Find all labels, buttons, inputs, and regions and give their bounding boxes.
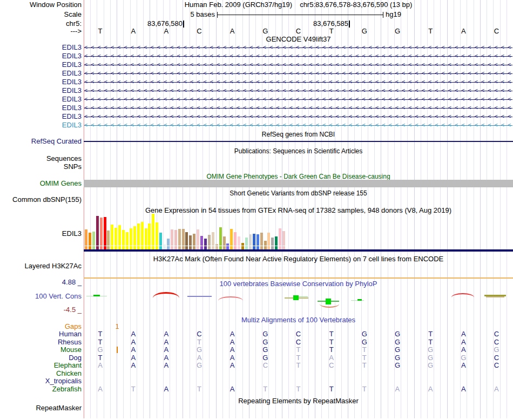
aligned-base-letter: C <box>249 362 282 369</box>
reference-base-letter: C <box>480 28 513 35</box>
gtex-tissue-bar <box>137 223 140 246</box>
aligned-base-letter: A <box>216 385 249 393</box>
gencode-gene-label[interactable]: EDIL3 <box>0 44 82 51</box>
aligned-base-letter: G <box>480 346 513 354</box>
gtex-tissue-bar <box>156 222 158 246</box>
layered-h3k27ac-label[interactable]: Layered H3K27Ac <box>0 262 82 270</box>
aligned-base-letter: T <box>249 385 282 393</box>
gtex-tissue-bar <box>145 228 147 246</box>
reverse-strand-arrows: <<<<<<<<<<<<<<<<<<<<<<<<<<<<<<<<<<<<<<<<… <box>84 61 512 69</box>
alignment-species-label-mouse[interactable]: Mouse <box>0 346 82 354</box>
gencode-gene-label[interactable]: EDIL3 <box>0 78 82 86</box>
reverse-strand-arrows: <<<<<<<<<<<<<<<<<<<<<<<<<<<<<<<<<<<<<<<<… <box>84 113 512 120</box>
aligned-base-letter: G <box>249 330 282 338</box>
gtex-tissue-bar <box>219 227 222 246</box>
gtex-tissue-bar <box>159 233 162 246</box>
gtex-expression-bar-chart[interactable] <box>85 214 287 246</box>
gaps-row-label[interactable]: Gaps <box>0 323 82 330</box>
alignment-species-label-zebrafish[interactable]: Zebrafish <box>0 385 82 393</box>
reference-base-letter: T <box>84 28 117 35</box>
phylop-box <box>293 295 299 300</box>
reverse-strand-arrows: <<<<<<<<<<<<<<<<<<<<<<<<<<<<<<<<<<<<<<<<… <box>84 52 512 60</box>
gtex-tissue-bar <box>271 238 274 246</box>
repeatmasker-track-title: Repeating Elements by RepeatMasker <box>84 397 513 404</box>
aligned-base-letter: G <box>348 330 381 338</box>
gencode-gene-exon-line[interactable]: <<<<<<<<<<<<<<<<<<<<<<<<<<<<<<<<<<<<<<<<… <box>84 87 512 94</box>
aligned-base-letter: G <box>249 354 282 362</box>
gtex-tissue-bar <box>279 228 281 246</box>
aligned-base-letter: G <box>84 346 117 354</box>
scale-bar-text: 5 bases <box>84 11 215 18</box>
alignment-species-label-x_tropicalis[interactable]: X_tropicalis <box>0 377 82 385</box>
snps-label[interactable]: SNPs <box>0 163 82 171</box>
omim-genes-label[interactable]: OMIM Genes <box>0 180 82 187</box>
aligned-base-letter: T <box>348 346 381 354</box>
gtex-tissue-bar <box>200 236 203 246</box>
gtex-tissue-bar <box>118 225 121 246</box>
gencode-gene-exon-line[interactable]: <<<<<<<<<<<<<<<<<<<<<<<<<<<<<<<<<<<<<<<<… <box>84 104 512 112</box>
gtex-tissue-bar <box>163 245 166 246</box>
gencode-gene-exon-line[interactable]: <<<<<<<<<<<<<<<<<<<<<<<<<<<<<<<<<<<<<<<<… <box>84 78 512 86</box>
gtex-tissue-bar <box>92 232 95 246</box>
gencode-gene-label[interactable]: EDIL3 <box>0 104 82 112</box>
aligned-base-letter: A <box>117 362 150 369</box>
gtex-tissue-bar <box>282 231 285 246</box>
reference-base-letter: A <box>216 28 249 35</box>
aligned-base-letter: A <box>447 330 480 338</box>
gtex-tissue-bar <box>226 243 229 246</box>
ucsc-genome-browser: { "header": { "window_position_label": "… <box>0 0 513 420</box>
sequences-label[interactable]: Sequences <box>0 155 82 162</box>
phylop-line <box>357 299 362 301</box>
gtex-gene-label[interactable]: EDIL3 <box>0 230 82 238</box>
gencode-gene-exon-line[interactable]: <<<<<<<<<<<<<<<<<<<<<<<<<<<<<<<<<<<<<<<<… <box>84 44 512 51</box>
gencode-gene-label[interactable]: EDIL3 <box>0 96 82 103</box>
gencode-gene-exon-line[interactable]: <<<<<<<<<<<<<<<<<<<<<<<<<<<<<<<<<<<<<<<<… <box>84 113 512 120</box>
gencode-gene-exon-line[interactable]: <<<<<<<<<<<<<<<<<<<<<<<<<<<<<<<<<<<<<<<<… <box>84 96 512 103</box>
phylop-line <box>187 296 212 297</box>
alignment-species-label-elephant[interactable]: Elephant <box>0 362 82 369</box>
aligned-base-letter: A <box>150 354 183 362</box>
alignment-species-label-dog[interactable]: Dog <box>0 354 82 362</box>
omim-gene-bar[interactable] <box>84 180 513 187</box>
gtex-tissue-bar <box>178 229 181 246</box>
gencode-gene-label[interactable]: EDIL3 <box>0 113 82 120</box>
conservation-track-label[interactable]: 100 Vert. Cons <box>0 293 82 300</box>
aligned-base-letter: A <box>150 338 183 346</box>
gencode-gene-exon-line[interactable]: <<<<<<<<<<<<<<<<<<<<<<<<<<<<<<<<<<<<<<<<… <box>84 61 512 69</box>
reverse-strand-arrows: <<<<<<<<<<<<<<<<<<<<<<<<<<<<<<<<<<<<<<<<… <box>84 78 512 86</box>
gtex-tissue-bar <box>107 231 110 246</box>
repeatmasker-label[interactable]: RepeatMasker <box>0 404 82 412</box>
gencode-gene-label[interactable]: EDIL3 <box>0 70 82 77</box>
aligned-base-letter: A <box>447 338 480 346</box>
aligned-base-letter: G <box>381 338 414 346</box>
gencode-gene-label[interactable]: EDIL3 <box>0 87 82 94</box>
gtex-tissue-bar <box>230 229 233 246</box>
gencode-gene-exon-line[interactable]: <<<<<<<<<<<<<<<<<<<<<<<<<<<<<<<<<<<<<<<<… <box>84 70 512 77</box>
gtex-tissue-bar <box>204 239 207 246</box>
multiz-track-title: Multiz Alignments of 100 Vertebrates <box>84 316 513 323</box>
aligned-base-letter: T <box>348 385 381 393</box>
phylop-line <box>298 296 308 297</box>
reference-base-letter: A <box>117 28 150 35</box>
aligned-base-letter: A <box>84 385 117 393</box>
alignment-species-label-human[interactable]: Human <box>0 330 82 338</box>
gtex-tissue-bar <box>152 214 154 246</box>
gencode-gene-label[interactable]: EDIL3 <box>0 121 82 129</box>
scale-bar <box>217 12 383 18</box>
gencode-gene-exon-line[interactable]: <<<<<<<<<<<<<<<<<<<<<<<<<<<<<<<<<<<<<<<<… <box>84 121 512 129</box>
aligned-base-letter: T <box>315 346 348 354</box>
gtex-tissue-bar <box>141 222 144 246</box>
gtex-tissue-bar <box>133 226 136 246</box>
gtex-tissue-bar <box>89 233 91 246</box>
gencode-gene-label[interactable]: EDIL3 <box>0 61 82 69</box>
gencode-gene-exon-line[interactable]: <<<<<<<<<<<<<<<<<<<<<<<<<<<<<<<<<<<<<<<<… <box>84 52 512 60</box>
aligned-base-letter: G <box>249 346 282 354</box>
common-dbsnp-label[interactable]: Common dbSNP(155) <box>0 196 82 204</box>
alignment-species-label-chicken[interactable]: Chicken <box>0 370 82 377</box>
gtex-tissue-bar <box>104 217 106 246</box>
alignment-species-label-rhesus[interactable]: Rhesus <box>0 338 82 346</box>
gencode-gene-label[interactable]: EDIL3 <box>0 52 82 60</box>
refseq-gene-line[interactable] <box>84 141 513 142</box>
refseq-curated-label[interactable]: RefSeq Curated <box>0 138 82 145</box>
gtex-tissue-bar <box>182 229 185 246</box>
